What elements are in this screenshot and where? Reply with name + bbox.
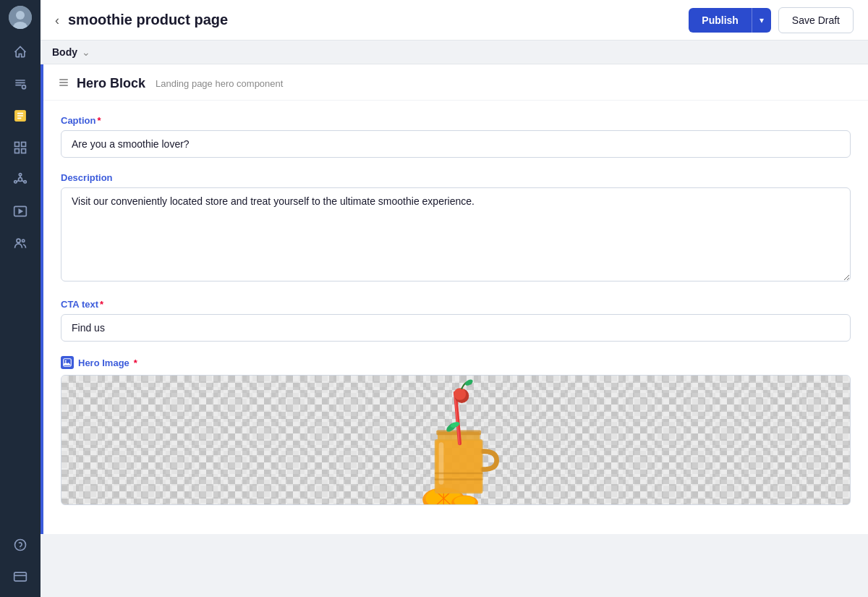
publish-button-group: Publish ▾: [689, 8, 771, 33]
body-bar-chevron-icon: ⌄: [82, 46, 90, 58]
svg-point-12: [14, 181, 17, 183]
hero-image-label: Hero Image *: [61, 356, 851, 369]
svg-point-9: [19, 178, 22, 182]
chevron-down-icon: ▾: [760, 15, 764, 25]
hero-image-field-group: Hero Image *: [61, 356, 851, 505]
svg-rect-40: [435, 478, 483, 480]
svg-rect-6: [22, 143, 26, 147]
svg-rect-23: [59, 82, 68, 83]
svg-point-10: [19, 174, 21, 176]
caption-required: *: [97, 115, 101, 126]
page-title: smoothie product page: [68, 12, 689, 28]
sidebar-item-network[interactable]: [6, 165, 35, 194]
back-button[interactable]: ‹: [55, 14, 59, 27]
caption-label: Caption *: [61, 115, 851, 126]
cta-required: *: [100, 299, 103, 310]
svg-rect-5: [15, 143, 20, 147]
smoothie-image: [391, 375, 521, 505]
publish-button[interactable]: Publish: [689, 8, 752, 33]
image-icon: [61, 356, 74, 369]
content-area: Hero Block Landing page hero component C…: [41, 64, 868, 597]
cta-label: CTA text *: [61, 299, 851, 310]
svg-rect-20: [14, 572, 27, 581]
publish-dropdown-button[interactable]: ▾: [752, 8, 771, 33]
svg-point-3: [22, 85, 26, 89]
save-draft-button[interactable]: Save Draft: [778, 7, 854, 33]
hero-block-body: Caption * Description Visit our convenie…: [43, 101, 868, 534]
svg-point-19: [15, 540, 26, 551]
description-label: Description: [61, 172, 851, 183]
svg-point-45: [464, 378, 474, 387]
svg-line-14: [22, 180, 24, 182]
hero-block-card: Hero Block Landing page hero component C…: [41, 64, 868, 534]
svg-point-18: [22, 240, 25, 242]
sidebar-item-home[interactable]: [6, 38, 35, 67]
sidebar-item-feed[interactable]: [6, 69, 35, 98]
svg-rect-39: [435, 473, 483, 475]
svg-point-11: [24, 181, 26, 183]
description-textarea[interactable]: Visit our conveniently located store and…: [61, 187, 851, 281]
svg-line-15: [17, 180, 19, 182]
svg-point-44: [454, 388, 467, 400]
body-bar-label: Body: [52, 46, 77, 58]
sidebar-item-users[interactable]: [6, 229, 35, 258]
hero-image-required: *: [134, 357, 137, 368]
hero-block-subtitle: Landing page hero component: [156, 78, 283, 89]
hero-image-container[interactable]: [61, 375, 851, 505]
svg-rect-22: [59, 79, 68, 80]
header: ‹ smoothie product page Publish ▾ Save D…: [41, 0, 868, 41]
main-area: ‹ smoothie product page Publish ▾ Save D…: [41, 0, 868, 597]
svg-rect-24: [59, 85, 68, 86]
svg-point-26: [65, 360, 67, 362]
caption-field-group: Caption *: [61, 115, 851, 158]
drag-handle-icon[interactable]: [58, 77, 69, 91]
sidebar-item-content[interactable]: [6, 101, 35, 130]
svg-rect-38: [439, 442, 444, 484]
svg-point-17: [17, 239, 20, 242]
caption-input[interactable]: [61, 130, 851, 158]
svg-rect-7: [15, 149, 20, 153]
sidebar: [0, 0, 41, 597]
body-bar: Body ⌄: [41, 41, 868, 64]
description-field-group: Description Visit our conveniently locat…: [61, 172, 851, 284]
avatar[interactable]: [9, 6, 32, 29]
sidebar-item-layers[interactable]: [6, 562, 35, 591]
svg-point-1: [16, 11, 25, 20]
svg-rect-8: [22, 149, 26, 153]
hero-block-header: Hero Block Landing page hero component: [43, 64, 868, 101]
sidebar-item-media[interactable]: [6, 197, 35, 226]
sidebar-item-grid[interactable]: [6, 133, 35, 162]
hero-block-title: Hero Block: [77, 76, 145, 91]
cta-field-group: CTA text *: [61, 299, 851, 342]
cta-input[interactable]: [61, 314, 851, 342]
sidebar-item-help[interactable]: [6, 530, 35, 559]
